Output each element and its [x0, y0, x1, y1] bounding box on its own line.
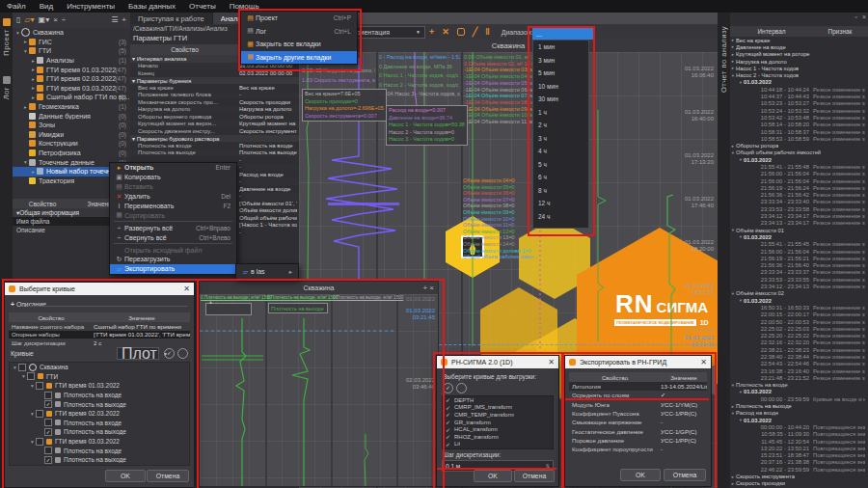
tree-item[interactable]: Петрофизика(0) [13, 149, 130, 158]
report-row[interactable]: ▸Нагрузка на долото [730, 58, 868, 65]
menu-item-collapse-all-icon[interactable]: ÷Свернуть всёCtrl+Влево [110, 232, 236, 242]
save-icon[interactable]: ▣▾ [39, 16, 50, 24]
dialog-titlebar[interactable]: Экспортировать в РН-ГРИД ✕ [565, 356, 711, 368]
report-row[interactable]: 23:34:12 - 23:34:17Резкое изменение знач… [730, 212, 868, 219]
export-curve-row[interactable]: ✓Lit [443, 441, 553, 448]
export-curve-row[interactable]: ✓HCAL_transform [443, 425, 553, 433]
report-row[interactable]: 15:23:51 - 18:38:47Повторяющиеся значени… [730, 452, 868, 459]
menu-item-rename-icon[interactable]: IПереименоватьF2 [110, 202, 236, 211]
tree-item[interactable]: Данные бурения(0) [13, 111, 130, 121]
report-row[interactable]: 23:33:34 - 23:33:37Резкое изменение знач… [730, 269, 868, 276]
curve-checkbox[interactable] [18, 364, 26, 371]
range-option[interactable]: 6 ч [533, 171, 588, 184]
dialog-tree-item[interactable]: ▾ГТИ время 02.03.2022 [10, 409, 189, 419]
dialog-property-row[interactable]: Опорные наборы['ГТИ время 01.03.2022', '… [9, 331, 190, 339]
report-row[interactable]: 22:38:21 - 22:38:23Резкое изменение знач… [730, 346, 868, 353]
expand-arrow-icon[interactable]: ▸ [30, 95, 37, 100]
open-folder-icon[interactable]: ▱▾ [24, 16, 34, 24]
curve-checkbox[interactable]: ✓ [44, 400, 52, 408]
report-row[interactable]: ▸Обороты ротора [730, 142, 868, 149]
report-row[interactable]: 22:25:20 - 22:25:22Резкое изменение знач… [730, 332, 868, 339]
expand-arrow-icon[interactable]: ▸ [30, 58, 37, 64]
pen-tool-icon[interactable]: ╱ [473, 27, 477, 37]
report-row[interactable]: ▾Насос 2 - Частота ходов [730, 71, 868, 78]
tab-getting-started[interactable]: Приступая к работе [130, 13, 213, 24]
dialog-tree-item[interactable]: Плотность на входе [10, 419, 189, 428]
remove-track-icon[interactable]: ✕ [442, 27, 449, 37]
dialog-titlebar[interactable]: Выберите кривые ✕ [5, 283, 194, 295]
cancel-button[interactable]: Отмена [514, 470, 555, 482]
close-icon[interactable]: × [53, 16, 58, 24]
report-side-tab[interactable]: Отчет по анализу [718, 26, 730, 93]
float-panel-icon[interactable]: ▫ [854, 14, 856, 20]
tree-item[interactable]: Зоны(0) [13, 121, 130, 130]
expand-arrow-icon[interactable]: ▾ [29, 411, 36, 417]
report-row[interactable]: 10:53:42 - 10:53:48Резкое изменение знач… [730, 114, 868, 121]
menu-item-copy-icon[interactable]: ▣Копировать [110, 173, 236, 182]
report-row[interactable]: 23:34:12 - 23:34:13Резкое изменение знач… [730, 283, 868, 289]
check-all-icon[interactable]: ✓ [164, 348, 175, 359]
menu-icon[interactable]: ☰ [111, 16, 118, 24]
export-las-item[interactable]: ▱ в las ▸ [236, 264, 298, 279]
report-row[interactable]: 21:55:41 - 21:55:45Резкое изменение знач… [730, 241, 868, 248]
dialog-tree-item[interactable]: ✓Плотность на выходе [10, 427, 189, 437]
report-row[interactable]: 21:56:00 - 21:56:04Резкое изменение знач… [730, 177, 868, 184]
report-row[interactable]: 10:58:14 - 10:58:20Резкое изменение знач… [730, 122, 868, 128]
range-option[interactable]: 1 мин [533, 41, 588, 54]
bottom-plot-area[interactable]: 0 Плотность на выходе, кг/м³ 1500 0 Плот… [200, 294, 438, 486]
range-option[interactable]: 3 мин [533, 54, 588, 68]
report-row[interactable]: ▾Плотность на входе [730, 382, 868, 389]
report-row[interactable]: 10:58:35 - 11:09:30Повторяющиеся значени… [730, 431, 868, 438]
check-all-icon[interactable]: ✓ [443, 383, 453, 393]
expand-arrow-icon[interactable]: ▾ [29, 439, 36, 445]
menu-Базы данных[interactable]: Базы данных [122, 2, 182, 11]
grid-property-row[interactable]: Смыкающее напряжение- [569, 418, 707, 426]
curve-checkbox[interactable] [44, 419, 52, 426]
range-option[interactable]: 2 ч [533, 119, 588, 132]
report-row[interactable]: 21:56:19 - 21:56:21Резкое изменение знач… [730, 255, 868, 261]
report-row[interactable]: ▾Объём ёмкости 01 [730, 227, 868, 233]
report-row[interactable]: 22:54:43 - 22:54:46Резкое изменение знач… [730, 361, 868, 367]
curve-checkbox[interactable] [36, 438, 43, 446]
menu-item-delete-icon[interactable]: ✕УдалитьDel [110, 192, 236, 202]
uncheck-all-icon[interactable] [177, 348, 188, 359]
curve-checkbox[interactable] [44, 447, 52, 454]
report-row[interactable]: 23:16:38 - 23:16:40Резкое изменение знач… [730, 367, 868, 374]
cancel-button[interactable]: Отмена [147, 470, 189, 482]
close-dialog-icon[interactable]: ✕ [183, 285, 190, 293]
range-option[interactable]: 8 ч [533, 184, 588, 198]
cancel-button[interactable]: Отмена [664, 469, 706, 481]
report-row[interactable]: 22:32:16 - 22:32:20Резкое изменение знач… [730, 339, 868, 346]
expand-arrow-icon[interactable]: ▸ [22, 104, 29, 110]
grid-property-row[interactable]: Литология13-14.05.2024/Lit [569, 382, 707, 391]
report-row[interactable]: 10:53:23 - 10:53:27Резкое изменение знач… [730, 100, 868, 107]
report-row[interactable]: 21:56:00 - 21:56:04Резкое изменение знач… [730, 248, 868, 255]
expand-arrow-icon[interactable]: ▸ [22, 39, 29, 44]
grid-property-row[interactable]: Модуль ЮнгаУСС-1/YM(C) [569, 400, 707, 409]
report-row[interactable]: 22:25:02 - 22:25:03Резкое изменение знач… [730, 325, 868, 332]
grid-property-row[interactable]: Осреднять по слоям✓ [569, 391, 707, 399]
param-row[interactable]: ▾ Параметры бурения [130, 77, 299, 85]
grid-property-row[interactable]: Коэффициент ПуассонаУСС-1/PR(C) [569, 409, 707, 418]
param-row[interactable]: Вес на крюкеВес на крюке [130, 84, 299, 92]
tree-item[interactable]: ▸ГТИ время 02.03.2022(47) [13, 74, 130, 84]
expand-arrow-icon[interactable]: ▸ [30, 169, 37, 175]
split-icon[interactable]: ÷ [62, 16, 66, 24]
menu-item-close-all-tabs-icon[interactable]: ▦Закрыть все вкладки [241, 38, 357, 51]
expand-arrow-icon[interactable]: ▾ [22, 159, 29, 165]
tree-item[interactable]: ▸Анализы(1) [13, 56, 130, 66]
export-curve-row[interactable]: ✓CMRP_IMS_transform [443, 404, 553, 412]
log-side-tab[interactable]: Лог [0, 76, 13, 99]
param-row[interactable]: Обороты верхнего приводаОбороты ротора [130, 113, 299, 121]
expand-arrow-icon[interactable]: ▾ [29, 383, 36, 389]
dialog-tree-item[interactable]: ▾ГТИ [10, 372, 189, 382]
report-row[interactable]: 23:21:48 - 23:21:52Резкое изменение знач… [730, 374, 868, 381]
dialog-titlebar[interactable]: РН-СИГМА 2.0 (1D) ✕ [437, 356, 558, 368]
new-file-icon[interactable]: ▯ [16, 16, 20, 24]
tree-item[interactable]: ▸ГТИ время 01.03.2022(47) [13, 65, 130, 74]
menu-Вид[interactable]: Вид [33, 2, 60, 11]
close-window-icon[interactable]: × [429, 284, 434, 292]
range-option[interactable]: 24 ч [533, 210, 588, 224]
curve-checkbox[interactable]: ✓ [44, 456, 52, 464]
tree-item[interactable]: Имиджи(0) [13, 130, 130, 140]
